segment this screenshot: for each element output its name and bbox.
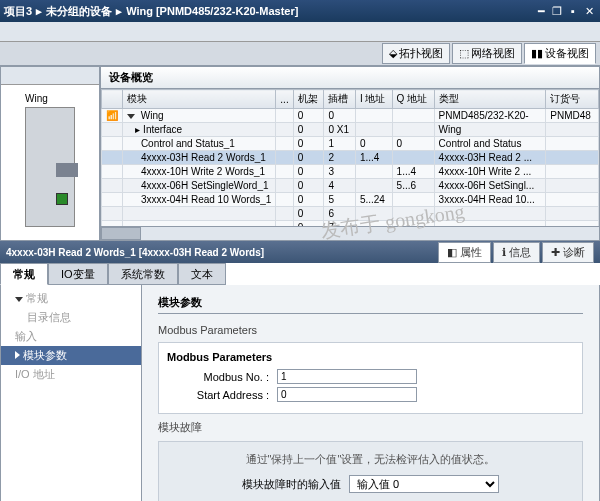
table-row[interactable]: Control and Status_10100Control and Stat… [102, 137, 599, 151]
property-tree: 常规 目录信息 输入 模块参数 I/O 地址 [0, 285, 142, 501]
topology-view-button[interactable]: ⬙拓扑视图 [382, 43, 450, 64]
tab-diagnostics[interactable]: ✚诊断 [542, 242, 594, 263]
network-view-button[interactable]: ⬚网络视图 [452, 43, 522, 64]
fault-value-label: 模块故障时的输入值 [242, 477, 349, 492]
col-slot[interactable]: 插槽 [324, 90, 355, 109]
device-module-slot [56, 163, 78, 177]
fault-note-box: 通过"保持上一个值"设置，无法检评估入的值状态。 模块故障时的输入值 输入值 0 [158, 441, 583, 501]
tree-inputs[interactable]: 输入 [1, 327, 141, 346]
table-row[interactable]: ▸ Interface00 X1Wing [102, 123, 599, 137]
tab-iovars[interactable]: IO变量 [48, 263, 108, 285]
tree-general[interactable]: 常规 [1, 289, 141, 308]
selected-module-title: 4xxxx-03H Read 2 Words_1 [4xxxx-03H Read… [6, 247, 438, 258]
tab-text[interactable]: 文本 [178, 263, 226, 285]
device-icon: ▮▮ [531, 47, 543, 60]
breadcrumb-p1[interactable]: 项目3 [4, 4, 32, 19]
view-buttons: ⬙拓扑视图 ⬚网络视图 ▮▮设备视图 [0, 42, 600, 66]
fault-value-select[interactable]: 输入值 0 [349, 475, 499, 493]
toolbar [0, 22, 600, 42]
device-view-button[interactable]: ▮▮设备视图 [524, 43, 596, 64]
device-overview-header: 设备概览 [101, 67, 599, 89]
tree-module-params[interactable]: 模块参数 [1, 346, 141, 365]
property-strip: 4xxxx-03H Read 2 Words_1 [4xxxx-03H Read… [0, 241, 600, 263]
col-order[interactable]: 订货号 [546, 90, 599, 109]
h-scrollbar[interactable] [101, 226, 599, 240]
network-icon: ⬚ [459, 47, 469, 60]
tab-properties[interactable]: ◧属性 [438, 242, 491, 263]
tab-info[interactable]: ℹ信息 [493, 242, 540, 263]
table-row[interactable]: 📶 Wing00PNMD485/232-K20-PNMD48 [102, 109, 599, 123]
table-row[interactable]: 3xxxx-04H Read 10 Words_1055...243xxxx-0… [102, 193, 599, 207]
device-body[interactable] [25, 107, 75, 227]
info-icon: ℹ [502, 246, 506, 259]
device-table-panel: 设备概览 模块 ... 机架 插槽 I 地址 Q 地址 类型 订货号 📶 Win… [100, 66, 600, 241]
modbus-no-input[interactable] [277, 369, 417, 384]
col-qaddr[interactable]: Q 地址 [392, 90, 434, 109]
col-type[interactable]: 类型 [434, 90, 546, 109]
pin-icon[interactable]: ▪ [566, 4, 580, 18]
device-graphic-panel: Wing [0, 66, 100, 241]
start-address-input[interactable] [277, 387, 417, 402]
property-form: 模块参数 Modbus Parameters Modbus Parameters… [142, 285, 600, 501]
diag-icon: ✚ [551, 246, 560, 259]
modbus-params-label: Modbus Parameters [158, 324, 583, 336]
col-iaddr[interactable]: I 地址 [355, 90, 392, 109]
device-graphic-toolbar [1, 67, 99, 85]
topology-icon: ⬙ [389, 47, 397, 60]
lower-tabs: 常规 IO变量 系统常数 文本 [0, 263, 600, 285]
table-row[interactable]: 4xxxx-10H Write 2 Words_1031...44xxxx-10… [102, 165, 599, 179]
col-dots[interactable]: ... [276, 90, 293, 109]
col-icon[interactable] [102, 90, 123, 109]
device-connector [56, 193, 68, 205]
breadcrumb-sep: ▸ [36, 5, 42, 18]
tab-sysconst[interactable]: 系统常数 [108, 263, 178, 285]
col-rack[interactable]: 机架 [293, 90, 324, 109]
minimize-icon[interactable]: ━ [534, 4, 548, 18]
breadcrumb-sep: ▸ [116, 5, 122, 18]
restore-icon[interactable]: ❐ [550, 4, 564, 18]
tab-general[interactable]: 常规 [0, 263, 48, 285]
breadcrumb-p2[interactable]: 未分组的设备 [46, 4, 112, 19]
title-bar: 项目3 ▸ 未分组的设备 ▸ Wing [PNMD485/232-K20-Mas… [0, 0, 600, 22]
col-module[interactable]: 模块 [123, 90, 276, 109]
modbus-params-box-header: Modbus Parameters [167, 351, 574, 363]
table-row[interactable]: 06 [102, 207, 599, 221]
section-module-params: 模块参数 [158, 295, 583, 314]
table-row[interactable]: 4xxxx-03H Read 2 Words_1021...44xxxx-03H… [102, 151, 599, 165]
tree-io-addr[interactable]: I/O 地址 [1, 365, 141, 384]
module-fault-label: 模块故障 [158, 420, 583, 435]
module-table[interactable]: 模块 ... 机架 插槽 I 地址 Q 地址 类型 订货号 📶 Wing00PN… [101, 89, 599, 226]
close-icon[interactable]: ✕ [582, 4, 596, 18]
modbus-no-label: Modbus No. : [167, 371, 277, 383]
start-address-label: Start Address : [167, 389, 277, 401]
properties-icon: ◧ [447, 246, 457, 259]
device-label: Wing [25, 93, 48, 104]
breadcrumb: 项目3 ▸ 未分组的设备 ▸ Wing [PNMD485/232-K20-Mas… [4, 4, 534, 19]
tree-catalog[interactable]: 目录信息 [1, 308, 141, 327]
fault-note-text: 通过"保持上一个值"设置，无法检评估入的值状态。 [173, 452, 568, 467]
table-row[interactable]: 4xxxx-06H SetSingleWord_1045...64xxxx-06… [102, 179, 599, 193]
breadcrumb-p3[interactable]: Wing [PNMD485/232-K20-Master] [126, 5, 298, 17]
